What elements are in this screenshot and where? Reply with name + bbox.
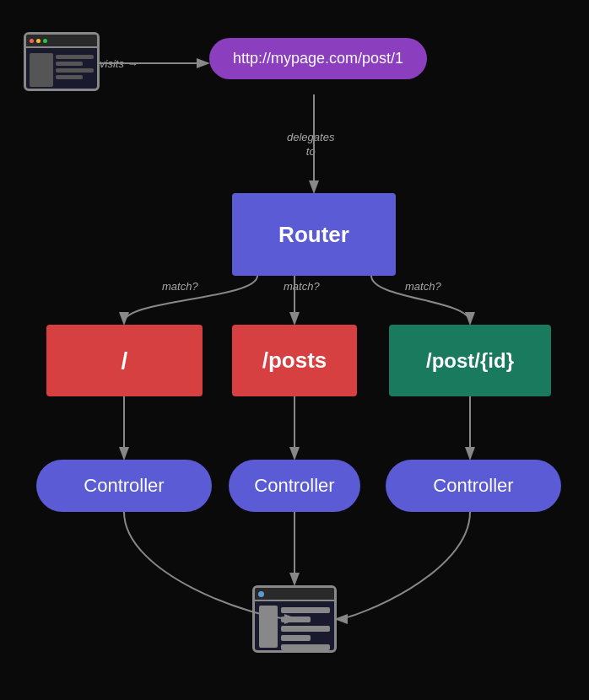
diagram: http://mypage.com/post/1 Router / /posts… <box>0 0 589 700</box>
route-posts-box: /posts <box>232 325 357 396</box>
router-box: Router <box>232 193 396 276</box>
route-post-id-label: /post/{id} <box>426 349 514 373</box>
router-label: Router <box>278 222 349 248</box>
controller-left: Controller <box>36 460 212 512</box>
label-match-center: match? <box>284 280 320 294</box>
label-visits: visits → <box>100 57 138 72</box>
route-posts-label: /posts <box>262 347 327 374</box>
label-match-left: match? <box>162 280 198 294</box>
url-text: http://mypage.com/post/1 <box>233 50 403 67</box>
browser-icon <box>24 32 100 91</box>
route-post-id-box: /post/{id} <box>389 325 551 396</box>
controller-right: Controller <box>386 460 561 512</box>
label-match-right: match? <box>405 280 441 294</box>
route-slash-box: / <box>46 325 203 396</box>
controller-middle: Controller <box>229 460 360 512</box>
url-pill: http://mypage.com/post/1 <box>209 38 427 79</box>
view-icon <box>252 585 337 653</box>
route-slash-label: / <box>122 347 128 374</box>
label-delegates: delegatesto <box>287 131 334 159</box>
